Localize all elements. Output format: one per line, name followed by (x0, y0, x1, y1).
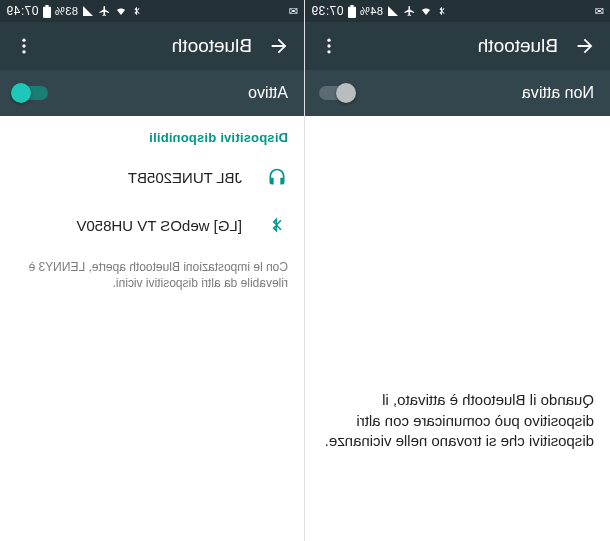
overflow-menu[interactable] (6, 28, 42, 64)
back-arrow-icon (268, 35, 290, 57)
signal-icon (387, 5, 399, 17)
toggle-label: Non attiva (522, 84, 594, 102)
airplane-icon (403, 5, 415, 17)
bluetooth-icon (266, 215, 288, 235)
content-area: Quando il Bluetooth è attivato, il dispo… (305, 116, 610, 541)
toggle-label: Attivo (248, 84, 288, 102)
svg-point-2 (327, 50, 330, 53)
bluetooth-off-hint: Quando il Bluetooth è attivato, il dispo… (321, 390, 594, 451)
bluetooth-status-icon (437, 5, 447, 17)
status-icons: 84% 07:39 (311, 4, 447, 18)
back-button[interactable] (566, 27, 604, 65)
pane-right: ✉ 83% 07:49 Bluetooth Attivo Dispositivi… (0, 0, 305, 541)
wifi-icon (419, 5, 433, 17)
pane-left: ✉ 84% 07:39 Bluetooth Non attiva Quando … (305, 0, 610, 541)
back-button[interactable] (260, 27, 298, 65)
device-name: JBL TUNE205BT (128, 169, 242, 186)
svg-point-4 (22, 44, 25, 47)
battery-icon (43, 5, 51, 18)
status-bar: ✉ 84% 07:39 (305, 0, 610, 22)
notification-icons: ✉ (595, 5, 605, 18)
device-row[interactable]: JBL TUNE205BT (0, 153, 304, 201)
overflow-menu[interactable] (311, 28, 347, 64)
bluetooth-switch[interactable] (14, 86, 48, 100)
wifi-icon (114, 5, 128, 17)
status-icons: 83% 07:49 (6, 4, 142, 18)
toggle-bar: Non attiva (305, 70, 610, 116)
app-bar: Bluetooth (305, 22, 610, 70)
app-bar: Bluetooth (0, 22, 304, 70)
svg-point-5 (22, 50, 25, 53)
battery-icon (348, 5, 356, 18)
clock: 07:39 (311, 4, 344, 18)
device-name: [LG] webOS TV UH850V (76, 217, 242, 234)
clock: 07:49 (6, 4, 39, 18)
svg-point-1 (327, 44, 330, 47)
back-arrow-icon (574, 35, 596, 57)
battery-text: 83% (55, 5, 79, 17)
more-vert-icon (319, 36, 339, 56)
headphones-icon (266, 167, 288, 187)
more-vert-icon (14, 36, 34, 56)
appbar-title: Bluetooth (347, 35, 566, 57)
svg-point-3 (22, 39, 25, 42)
svg-point-0 (327, 39, 330, 42)
device-row[interactable]: [LG] webOS TV UH850V (0, 201, 304, 249)
toggle-bar: Attivo (0, 70, 304, 116)
battery-text: 84% (360, 5, 384, 17)
status-bar: ✉ 83% 07:49 (0, 0, 304, 22)
notification-icons: ✉ (289, 5, 299, 18)
available-devices-header: Dispositivi disponibili (0, 116, 304, 153)
appbar-title: Bluetooth (42, 35, 260, 57)
signal-icon (82, 5, 94, 17)
airplane-icon (98, 5, 110, 17)
discoverable-note: Con le impostazioni Bluetooth aperte, LE… (0, 249, 304, 291)
bluetooth-switch[interactable] (319, 86, 353, 100)
bluetooth-status-icon (132, 5, 142, 17)
content-area: Dispositivi disponibili JBL TUNE205BT [L… (0, 116, 304, 541)
